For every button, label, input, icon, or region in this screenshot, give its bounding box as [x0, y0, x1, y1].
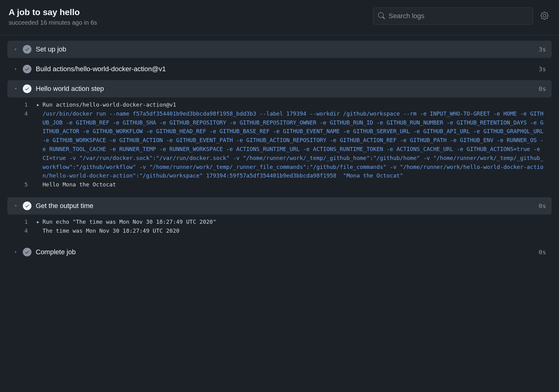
check-circle-icon [23, 248, 31, 256]
log-line-text: /usr/bin/docker run --name f57a5df354401… [43, 109, 546, 180]
steps-list: Set up job3sBuild actions/hello-world-do… [0, 35, 559, 271]
chevron-down-icon [13, 203, 18, 209]
step-header[interactable]: Get the output time0s [7, 197, 552, 214]
step-name: Get the output time [36, 202, 534, 210]
step-duration: 3s [539, 65, 546, 73]
log-caret-icon[interactable]: ▸ [36, 218, 43, 227]
job-header: A job to say hello succeeded 16 minutes … [0, 0, 559, 35]
step: Get the output time0s1▸Run echo "The tim… [7, 197, 552, 241]
step-header[interactable]: Set up job3s [7, 41, 552, 58]
job-title: A job to say hello [9, 7, 373, 17]
gear-icon [541, 12, 549, 21]
step: Complete job0s [7, 243, 552, 261]
log-line-number: 1 [13, 218, 36, 227]
log-line-text: Run echo "The time was Mon Nov 30 18:27:… [43, 218, 546, 227]
log-line[interactable]: 5Hello Mona the Octocat [7, 180, 552, 189]
chevron-right-icon [13, 66, 18, 72]
log-line-text: Hello Mona the Octocat [43, 180, 546, 189]
step-header[interactable]: Complete job0s [7, 243, 552, 261]
job-subtitle: succeeded 16 minutes ago in 6s [9, 19, 373, 26]
step-name: Complete job [36, 248, 534, 256]
search-icon [378, 12, 385, 20]
check-circle-icon [23, 65, 31, 73]
step-name: Build actions/hello-world-docker-action@… [36, 65, 534, 73]
check-circle-icon [23, 202, 31, 210]
step-name: Hello world action step [36, 85, 534, 93]
log-line-text: Run actions/hello-world-docker-action@v1 [43, 100, 546, 109]
log-line[interactable]: 4The time was Mon Nov 30 18:27:49 UTC 20… [7, 227, 552, 235]
log-line[interactable]: 1▸Run echo "The time was Mon Nov 30 18:2… [7, 218, 552, 227]
job-header-left: A job to say hello succeeded 16 minutes … [9, 7, 373, 26]
log-line-number: 4 [13, 227, 36, 235]
step-header[interactable]: Build actions/hello-world-docker-action@… [7, 60, 552, 78]
step: Hello world action step0s1▸Run actions/h… [7, 80, 552, 195]
step: Set up job3s [7, 41, 552, 58]
check-circle-icon [23, 45, 31, 54]
step-duration: 0s [539, 248, 546, 256]
log-line[interactable]: 4/usr/bin/docker run --name f57a5df35440… [7, 109, 552, 180]
check-circle-icon [23, 84, 31, 93]
job-header-right [373, 7, 550, 25]
chevron-down-icon [13, 86, 18, 92]
settings-button[interactable] [539, 10, 550, 22]
search-logs-input[interactable] [389, 12, 528, 20]
search-logs-wrap[interactable] [373, 7, 533, 25]
chevron-right-icon [13, 47, 18, 52]
step-duration: 0s [539, 202, 546, 210]
step-name: Set up job [36, 45, 534, 53]
step-duration: 3s [539, 46, 546, 53]
log-line-number: 1 [13, 100, 36, 109]
log-line-text: The time was Mon Nov 30 18:27:49 UTC 202… [43, 227, 546, 235]
chevron-right-icon [13, 249, 18, 255]
log-line-number: 4 [13, 109, 36, 118]
step-header[interactable]: Hello world action step0s [7, 80, 552, 97]
step: Build actions/hello-world-docker-action@… [7, 60, 552, 78]
step-log-body: 1▸Run echo "The time was Mon Nov 30 18:2… [7, 214, 552, 241]
log-line-number: 5 [13, 180, 36, 189]
step-duration: 0s [539, 85, 546, 92]
log-caret-icon[interactable]: ▸ [36, 100, 43, 109]
step-log-body: 1▸Run actions/hello-world-docker-action@… [7, 97, 552, 195]
log-line[interactable]: 1▸Run actions/hello-world-docker-action@… [7, 100, 552, 109]
